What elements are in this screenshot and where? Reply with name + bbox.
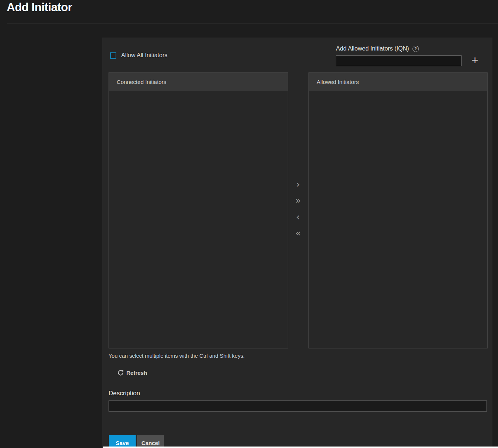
move-all-right-button double-chevron-right-icon[interactable]: » xyxy=(292,195,304,206)
description-label: Description xyxy=(109,390,140,397)
description-input[interactable] xyxy=(109,400,487,412)
refresh-button[interactable]: Refresh xyxy=(117,370,147,376)
allowed-initiators-list[interactable]: Allowed Initiators xyxy=(308,72,488,348)
iqn-label: Add Allowed Initiators (IQN) xyxy=(336,45,409,52)
iqn-input[interactable] xyxy=(336,55,462,66)
refresh-label: Refresh xyxy=(126,370,147,376)
title-divider xyxy=(7,23,498,23)
allow-all-initiators-checkbox[interactable] xyxy=(110,52,116,59)
add-iqn-button plus-icon[interactable]: + xyxy=(468,53,482,68)
iqn-label-row: Add Allowed Initiators (IQN) ? xyxy=(336,45,419,52)
cancel-button[interactable]: Cancel xyxy=(137,435,164,448)
move-right-button chevron-right-icon[interactable]: › xyxy=(292,179,304,190)
page-bottom-edge xyxy=(103,447,498,448)
allowed-initiators-body[interactable] xyxy=(309,91,487,348)
connected-initiators-header: Connected Initiators xyxy=(109,73,288,91)
move-all-left-button double-chevron-left-icon[interactable]: « xyxy=(292,228,304,239)
transfer-buttons: › » ‹ « xyxy=(292,179,304,244)
allowed-initiators-header: Allowed Initiators xyxy=(309,73,487,91)
add-initiator-panel: Allow All Initiators Add Allowed Initiat… xyxy=(102,38,492,448)
connected-initiators-list[interactable]: Connected Initiators xyxy=(109,72,288,348)
multi-select-hint: You can select multiple items with the C… xyxy=(109,353,245,359)
help-icon[interactable]: ? xyxy=(413,46,419,52)
save-button[interactable]: Save xyxy=(109,435,136,448)
refresh-icon xyxy=(117,370,124,376)
connected-initiators-body[interactable] xyxy=(109,91,288,348)
allow-all-initiators-row[interactable]: Allow All Initiators xyxy=(110,52,168,59)
page-title: Add Initiator xyxy=(7,1,72,14)
move-left-button chevron-left-icon[interactable]: ‹ xyxy=(292,211,304,223)
allow-all-initiators-label: Allow All Initiators xyxy=(121,52,168,59)
